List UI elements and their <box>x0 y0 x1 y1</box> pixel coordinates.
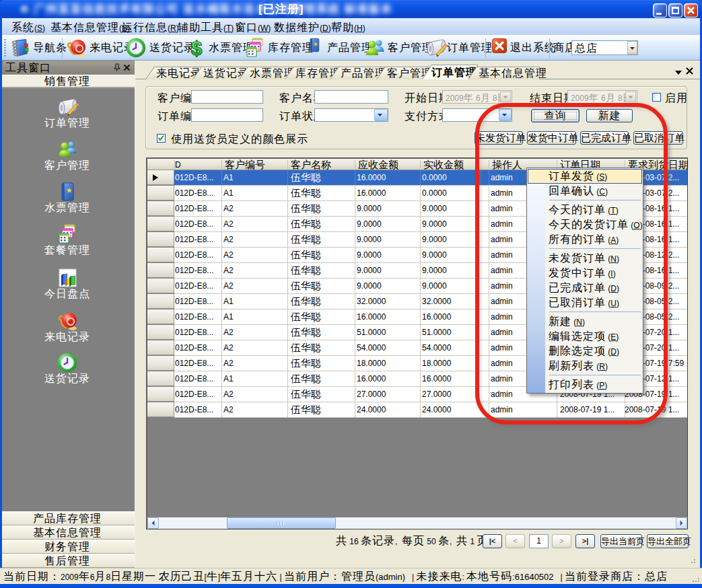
svg-text:$: $ <box>191 37 203 59</box>
